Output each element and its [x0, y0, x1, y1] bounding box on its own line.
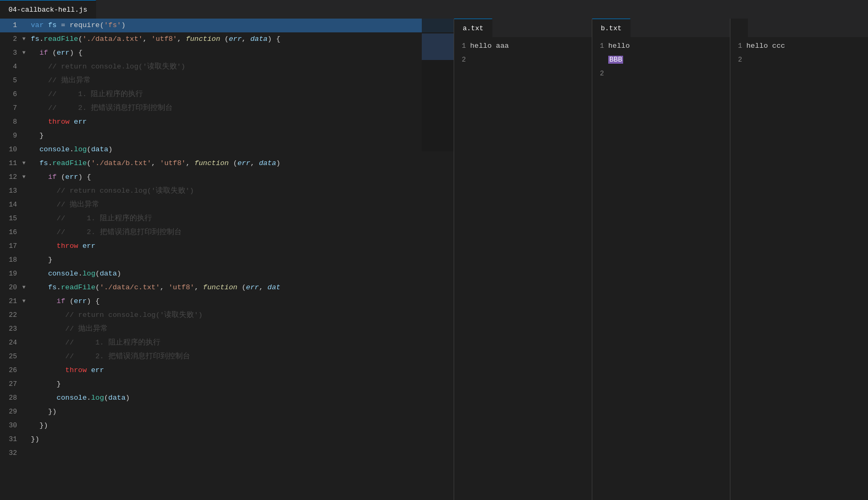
ctxt-content: 1 hello ccc 2 — [730, 37, 868, 500]
table-row: 24 // 1. 阻止程序的执行 — [0, 336, 454, 350]
table-row: 30 }) — [0, 419, 454, 433]
table-row: 17 throw err — [0, 239, 454, 253]
tab-atxt[interactable]: a.txt — [454, 19, 492, 37]
code-panel: 1 var fs = require('fs') 2 ▼ fs.readFile… — [0, 19, 454, 500]
list-item: 2 — [592, 67, 730, 81]
tab-callback-hell[interactable]: 04-callback-hell.js — [0, 0, 96, 19]
table-row: 31 }) — [0, 433, 454, 446]
table-row: 6 // 1. 阻止程序的执行 — [0, 88, 454, 101]
table-row: 18 } — [0, 253, 454, 267]
table-row: 2 ▼ fs.readFile('./data/a.txt', 'utf8', … — [0, 32, 454, 46]
list-item: 2 — [730, 53, 868, 67]
table-row: 20 ▼ fs.readFile('./data/c.txt', 'utf8',… — [0, 281, 454, 295]
table-row: 29 }) — [0, 405, 454, 419]
table-row: 21 ▼ if (err) { — [0, 295, 454, 308]
table-row: 13 // return console.log('读取失败') — [0, 184, 454, 198]
table-row: 11 ▼ fs.readFile('./data/b.txt', 'utf8',… — [0, 157, 454, 170]
ctxt-tab-bar — [730, 19, 868, 37]
side-panel-ctxt: 1 hello ccc 2 — [730, 19, 868, 500]
table-row: 15 // 1. 阻止程序的执行 — [0, 212, 454, 226]
list-item: 1 hello ccc — [730, 39, 868, 53]
table-row: 22 // return console.log('读取失败') — [0, 308, 454, 322]
atxt-content: 1 hello aaa 2 — [454, 37, 592, 500]
table-row: 27 } — [0, 377, 454, 391]
table-row: 19 console.log(data) — [0, 267, 454, 281]
side-panel-atxt: a.txt 1 hello aaa 2 — [454, 19, 592, 500]
table-row: 8 throw err — [0, 115, 454, 129]
editor-area: 1 var fs = require('fs') 2 ▼ fs.readFile… — [0, 19, 868, 500]
atxt-tab-bar: a.txt — [454, 19, 592, 37]
table-row: 28 console.log(data) — [0, 391, 454, 405]
list-item: 1 hello — [592, 39, 730, 53]
list-item: BBB — [592, 53, 730, 67]
tab-btxt[interactable]: b.txt — [592, 19, 631, 37]
table-row: 14 // 抛出异常 — [0, 198, 454, 212]
table-row: 12 ▼ if (err) { — [0, 170, 454, 184]
table-row: 5 // 抛出异常 — [0, 74, 454, 88]
table-row: 32 — [0, 446, 454, 460]
btxt-tab-bar: b.txt — [592, 19, 730, 37]
table-row: 7 // 2. 把错误消息打印到控制台 — [0, 101, 454, 115]
tab-ctxt[interactable] — [730, 19, 748, 37]
table-row: 1 var fs = require('fs') — [0, 19, 454, 32]
table-row: 26 throw err — [0, 364, 454, 377]
table-row: 10 console.log(data) — [0, 143, 454, 157]
side-panel-btxt: b.txt 1 hello BBB 2 — [592, 19, 730, 500]
code-lines: 1 var fs = require('fs') 2 ▼ fs.readFile… — [0, 19, 454, 460]
table-row: 23 // 抛出异常 — [0, 322, 454, 336]
list-item: 2 — [454, 53, 592, 67]
table-row: 4 // return console.log('读取失败') — [0, 60, 454, 74]
table-row: 3 ▼ if (err) { — [0, 46, 454, 60]
table-row: 9 } — [0, 129, 454, 143]
main-tab-bar: 04-callback-hell.js — [0, 0, 868, 19]
minimap — [422, 19, 454, 151]
btxt-content: 1 hello BBB 2 — [592, 37, 730, 500]
list-item: 1 hello aaa — [454, 39, 592, 53]
code-content: 1 var fs = require('fs') 2 ▼ fs.readFile… — [0, 19, 454, 500]
table-row: 25 // 2. 把错误消息打印到控制台 — [0, 350, 454, 364]
table-row: 16 // 2. 把错误消息打印到控制台 — [0, 226, 454, 239]
